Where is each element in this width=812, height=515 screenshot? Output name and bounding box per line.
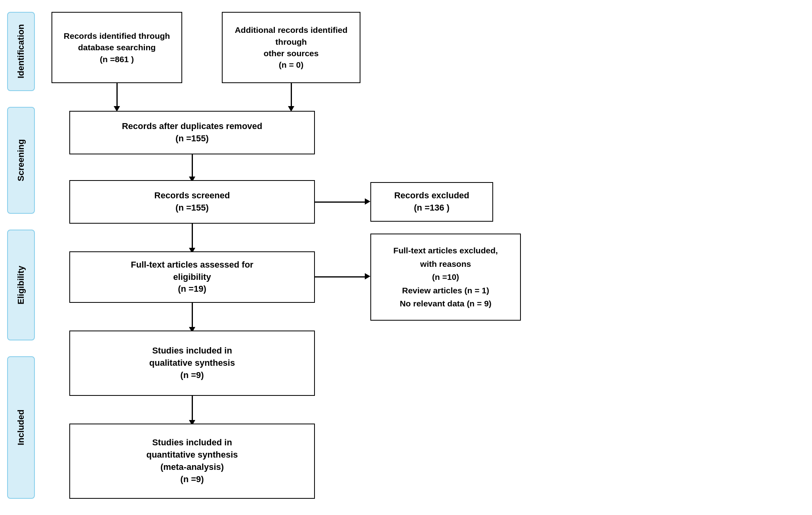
arrowhead-fulltext-to-excluded — [365, 273, 370, 279]
arrow-fulltext-to-qualitative — [192, 303, 193, 329]
arrow-db-to-after — [116, 83, 118, 108]
box-fulltext: Full-text articles assessed for eligibil… — [69, 251, 315, 303]
box-quantitative: Studies included in quantitative synthes… — [69, 424, 315, 499]
arrowhead-screened-to-excluded — [365, 198, 370, 205]
prisma-diagram: Identification Screening Eligibility Inc… — [0, 0, 812, 515]
box-after-duplicates: Records after duplicates removed (n =155… — [69, 111, 315, 154]
arrow-other-to-after — [291, 83, 292, 108]
label-eligibility: Eligibility — [7, 230, 35, 340]
box-fulltext-excluded: Full-text articles excluded, with reason… — [370, 234, 521, 321]
label-screening: Screening — [7, 107, 35, 214]
box-other-sources: Additional records identified through ot… — [222, 12, 360, 83]
arrow-fulltext-to-excluded — [315, 276, 366, 277]
label-identification: Identification — [7, 12, 35, 91]
box-qualitative: Studies included in qualitative synthesi… — [69, 331, 315, 396]
box-screened: Records screened (n =155) — [69, 180, 315, 224]
box-db-search: Records identified through database sear… — [51, 12, 182, 83]
box-excluded: Records excluded (n =136 ) — [370, 182, 493, 222]
label-included: Included — [7, 356, 35, 499]
arrow-after-to-screened — [192, 154, 193, 178]
arrow-screened-to-fulltext — [192, 224, 193, 249]
arrow-qualitative-to-quantitative — [192, 396, 193, 422]
arrow-screened-to-excluded — [315, 201, 366, 203]
